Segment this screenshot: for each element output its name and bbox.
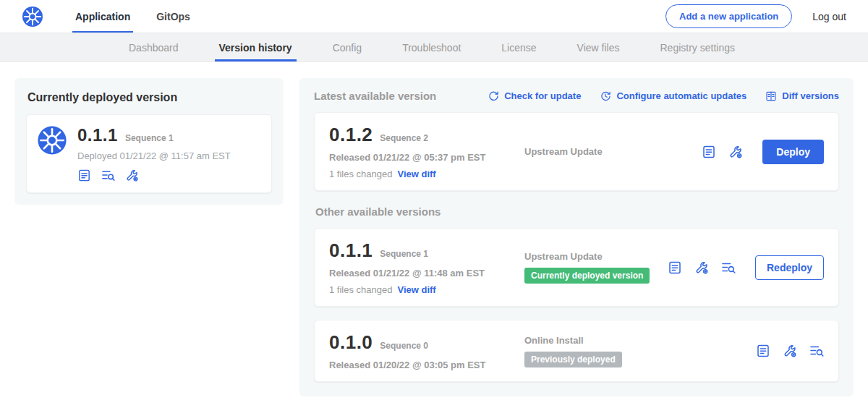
release-notes-icon[interactable] [756, 344, 770, 358]
version-number: 0.1.2 [329, 124, 373, 146]
config-icon[interactable] [125, 169, 139, 182]
version-card-0-1-1: 0.1.1 Sequence 1 Released 01/21/22 @ 11:… [314, 228, 839, 307]
version-actions: Redeploy [668, 255, 824, 280]
subnav-item-view-files[interactable]: View files [557, 33, 640, 61]
version-actions [756, 344, 824, 358]
version-info: 0.1.2 Sequence 2 Released 01/21/22 @ 05:… [329, 124, 519, 179]
version-source: Online Install Previously deployed [519, 335, 756, 367]
file-diff-icon[interactable] [101, 169, 115, 182]
config-icon[interactable] [783, 344, 797, 358]
kubernetes-logo [22, 6, 43, 27]
subnav-item-license[interactable]: License [481, 33, 556, 61]
currently-deployed-panel: Currently deployed version 0.1.1 Sequenc… [14, 78, 284, 205]
version-card-0-1-2: 0.1.2 Sequence 2 Released 01/21/22 @ 05:… [314, 112, 839, 191]
diff-versions-link[interactable]: Diff versions [765, 90, 839, 102]
top-navbar: Application GitOps Add a new application… [0, 0, 868, 33]
released-timestamp: Released 01/21/22 @ 11:48 am EST [329, 268, 519, 279]
version-info: 0.1.1 Sequence 1 Released 01/21/22 @ 11:… [329, 239, 519, 295]
tab-gitops-label: GitOps [156, 11, 190, 22]
logout-link[interactable]: Log out [812, 11, 846, 22]
subnav-item-config[interactable]: Config [312, 33, 382, 61]
deployed-sequence-label: Sequence 1 [125, 133, 174, 143]
tab-gitops[interactable]: GitOps [143, 0, 203, 33]
files-changed-label: 1 files changed [329, 169, 392, 179]
version-source: Upstream Update Currently deployed versi… [519, 251, 668, 284]
add-application-button[interactable]: Add a new application [665, 4, 792, 28]
deployed-version-number: 0.1.1 [77, 125, 118, 145]
available-panel-header: Latest available version Check for updat… [314, 90, 839, 102]
version-card-0-1-0: 0.1.0 Sequence 0 Released 01/20/22 @ 03:… [314, 320, 839, 382]
main-tabs: Application GitOps [62, 0, 203, 33]
subnav-item-version-history[interactable]: Version history [199, 33, 312, 61]
release-notes-icon[interactable] [668, 260, 682, 275]
deployed-timestamp: Deployed 01/21/22 @ 11:57 am EST [77, 150, 231, 161]
released-timestamp: Released 01/20/22 @ 03:05 pm EST [329, 360, 519, 370]
version-number: 0.1.1 [329, 239, 373, 262]
file-diff-icon[interactable] [809, 344, 824, 358]
source-label: Upstream Update [524, 251, 668, 262]
version-history-page: Currently deployed version 0.1.1 Sequenc… [0, 62, 868, 408]
subnav-item-dashboard[interactable]: Dashboard [109, 33, 199, 61]
view-diff-link[interactable]: View diff [397, 284, 435, 295]
deployed-panel-title: Currently deployed version [27, 91, 271, 104]
app-logo-icon [37, 125, 67, 156]
tab-application[interactable]: Application [62, 0, 143, 33]
version-actions: Deploy [702, 140, 824, 164]
panel-header-actions: Check for update Configure automatic upd… [488, 90, 839, 102]
sequence-label: Sequence 1 [380, 249, 428, 259]
previously-deployed-badge: Previously deployed [524, 352, 622, 367]
source-label: Online Install [524, 335, 756, 346]
deployed-actions [77, 169, 231, 182]
diff-versions-icon [765, 90, 777, 102]
redeploy-button[interactable]: Redeploy [755, 255, 824, 280]
sequence-label: Sequence 0 [380, 341, 428, 351]
currently-deployed-badge: Currently deployed version [524, 268, 650, 284]
sequence-label: Sequence 2 [380, 133, 428, 143]
file-diff-icon[interactable] [721, 260, 736, 275]
configure-automatic-updates-link[interactable]: Configure automatic updates [600, 90, 746, 102]
deployed-version-info: 0.1.1 Sequence 1 Deployed 01/21/22 @ 11:… [77, 125, 231, 182]
version-source: Upstream Update [519, 146, 702, 157]
tab-application-label: Application [75, 11, 130, 22]
view-diff-link[interactable]: View diff [397, 169, 435, 179]
version-number: 0.1.0 [329, 331, 373, 354]
subnav-item-troubleshoot[interactable]: Troubleshoot [382, 33, 481, 61]
check-for-update-link[interactable]: Check for update [488, 90, 581, 102]
config-icon[interactable] [694, 260, 709, 275]
latest-available-title: Latest available version [314, 90, 436, 102]
diff-versions-label: Diff versions [782, 90, 839, 101]
config-icon[interactable] [728, 145, 743, 159]
check-for-update-label: Check for update [504, 90, 581, 101]
release-notes-icon[interactable] [702, 145, 716, 159]
other-versions-title: Other available versions [315, 205, 838, 218]
version-info: 0.1.0 Sequence 0 Released 01/20/22 @ 03:… [329, 331, 519, 370]
source-label: Upstream Update [524, 146, 702, 157]
configure-automatic-updates-label: Configure automatic updates [616, 90, 746, 101]
app-subnav: Dashboard Version history Config Trouble… [0, 33, 868, 62]
release-notes-icon[interactable] [77, 169, 91, 182]
refresh-icon [488, 90, 499, 102]
deployed-version-card: 0.1.1 Sequence 1 Deployed 01/21/22 @ 11:… [26, 114, 272, 193]
subnav-item-registry-settings[interactable]: Registry settings [639, 33, 754, 61]
files-changed-label: 1 files changed [329, 284, 392, 295]
auto-update-icon [600, 90, 611, 102]
released-timestamp: Released 01/21/22 @ 05:37 pm EST [329, 152, 519, 163]
available-versions-panel: Latest available version Check for updat… [299, 78, 854, 396]
deploy-button[interactable]: Deploy [762, 140, 824, 164]
